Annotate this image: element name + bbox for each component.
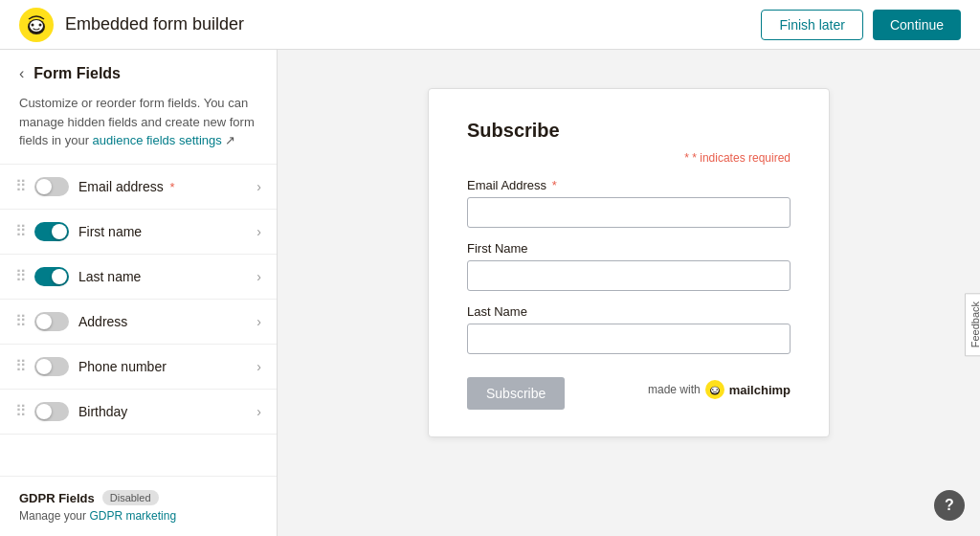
drag-handle-phone[interactable]: ⠿ — [15, 357, 27, 375]
toggle-firstname[interactable] — [34, 222, 69, 241]
chevron-icon-firstname: › — [256, 224, 261, 239]
drag-handle-lastname[interactable]: ⠿ — [15, 267, 27, 285]
mailchimp-logo-icon — [19, 8, 54, 42]
feedback-tab[interactable]: Feedback — [965, 293, 980, 356]
lastname-input[interactable] — [467, 324, 791, 354]
app-header: Embedded form builder Finish later Conti… — [0, 0, 980, 50]
drag-handle-birthday[interactable]: ⠿ — [15, 402, 27, 420]
sidebar: ‹ Form Fields Customize or reorder form … — [0, 50, 278, 536]
field-label-address: Address — [78, 314, 256, 329]
header-left: Embedded form builder — [19, 8, 244, 42]
back-button[interactable]: ‹ — [19, 65, 24, 82]
field-item-phone[interactable]: ⠿ Phone number › — [0, 345, 277, 390]
field-label-lastname: Last name — [78, 269, 256, 284]
mailchimp-footer-icon — [705, 380, 724, 399]
content-area: Subscribe * * indicates required Email A… — [278, 50, 980, 536]
toggle-birthday[interactable] — [34, 402, 69, 421]
header-buttons: Finish later Continue — [761, 10, 961, 40]
svg-point-4 — [39, 23, 42, 26]
made-with-section: made with mailchimp — [648, 380, 791, 399]
audience-fields-link[interactable]: audience fields settings — [93, 133, 222, 147]
drag-handle-firstname[interactable]: ⠿ — [15, 222, 27, 240]
sidebar-description: Customize or reorder form fields. You ca… — [0, 90, 277, 164]
main-layout: ‹ Form Fields Customize or reorder form … — [0, 50, 980, 536]
field-label-phone: Phone number — [78, 359, 256, 374]
svg-point-9 — [716, 389, 718, 391]
gdpr-status-badge: Disabled — [102, 490, 159, 505]
gdpr-title: GDPR Fields — [19, 491, 95, 505]
toggle-phone[interactable] — [34, 357, 69, 376]
chevron-icon-phone: › — [256, 359, 261, 374]
email-field-group: Email Address * — [467, 178, 791, 228]
app-title: Embedded form builder — [65, 14, 244, 34]
toggle-email[interactable] — [34, 177, 69, 196]
lastname-field-group: Last Name — [467, 304, 791, 354]
chevron-icon-lastname: › — [256, 269, 261, 284]
field-label-birthday: Birthday — [78, 404, 256, 419]
svg-point-8 — [712, 389, 714, 391]
finish-later-button[interactable]: Finish later — [761, 10, 862, 40]
chevron-icon-address: › — [256, 314, 261, 329]
form-footer: Subscribe made with mailchimp — [467, 369, 791, 410]
required-note: * * indicates required — [467, 151, 791, 165]
field-item-lastname[interactable]: ⠿ Last name › — [0, 255, 277, 300]
field-item-email[interactable]: ⠿ Email address * › — [0, 165, 277, 210]
email-label: Email Address * — [467, 178, 791, 192]
continue-button[interactable]: Continue — [873, 10, 961, 40]
lastname-label: Last Name — [467, 304, 791, 319]
chevron-icon-email: › — [256, 179, 261, 194]
mailchimp-brand-label: mailchimp — [729, 383, 791, 397]
field-item-address[interactable]: ⠿ Address › — [0, 300, 277, 345]
drag-handle-address[interactable]: ⠿ — [15, 312, 27, 330]
drag-handle-email[interactable]: ⠿ — [15, 177, 27, 195]
sidebar-title: Form Fields — [33, 65, 121, 82]
field-label-email: Email address * — [78, 179, 256, 194]
help-button[interactable]: ? — [934, 490, 965, 521]
chevron-icon-birthday: › — [256, 404, 261, 419]
field-item-firstname[interactable]: ⠿ First name › — [0, 210, 277, 255]
field-label-firstname: First name — [78, 224, 256, 239]
svg-point-3 — [32, 23, 34, 26]
firstname-label: First Name — [467, 241, 791, 256]
email-input[interactable] — [467, 197, 791, 228]
made-with-label: made with — [648, 383, 701, 396]
subscribe-form-card: Subscribe * * indicates required Email A… — [428, 88, 830, 437]
firstname-field-group: First Name — [467, 241, 791, 291]
gdpr-section: GDPR Fields Disabled Manage your GDPR ma… — [0, 476, 277, 536]
toggle-address[interactable] — [34, 312, 69, 331]
sidebar-header: ‹ Form Fields — [0, 50, 277, 90]
gdpr-marketing-link[interactable]: GDPR marketing — [89, 509, 176, 523]
subscribe-button[interactable]: Subscribe — [467, 377, 565, 410]
field-item-birthday[interactable]: ⠿ Birthday › — [0, 390, 277, 435]
firstname-input[interactable] — [467, 260, 791, 291]
form-title: Subscribe — [467, 120, 791, 142]
field-list: ⠿ Email address * › ⠿ First name — [0, 164, 277, 435]
gdpr-description: Manage your GDPR marketing — [19, 509, 257, 523]
toggle-lastname[interactable] — [34, 267, 69, 286]
gdpr-title-row: GDPR Fields Disabled — [19, 490, 257, 505]
